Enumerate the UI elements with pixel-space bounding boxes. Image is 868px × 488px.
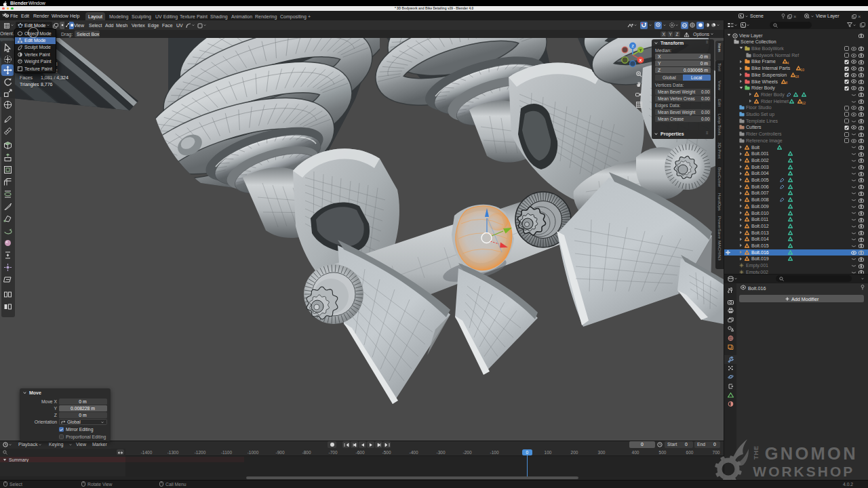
svg-text:X: X xyxy=(639,58,642,62)
svg-text:WORKSHOP: WORKSHOP xyxy=(753,464,854,479)
svg-text:Y: Y xyxy=(639,48,642,52)
svg-text:THE: THE xyxy=(752,446,760,460)
svg-text:Z: Z xyxy=(631,44,634,48)
svg-text:GNOMON: GNOMON xyxy=(765,444,858,463)
